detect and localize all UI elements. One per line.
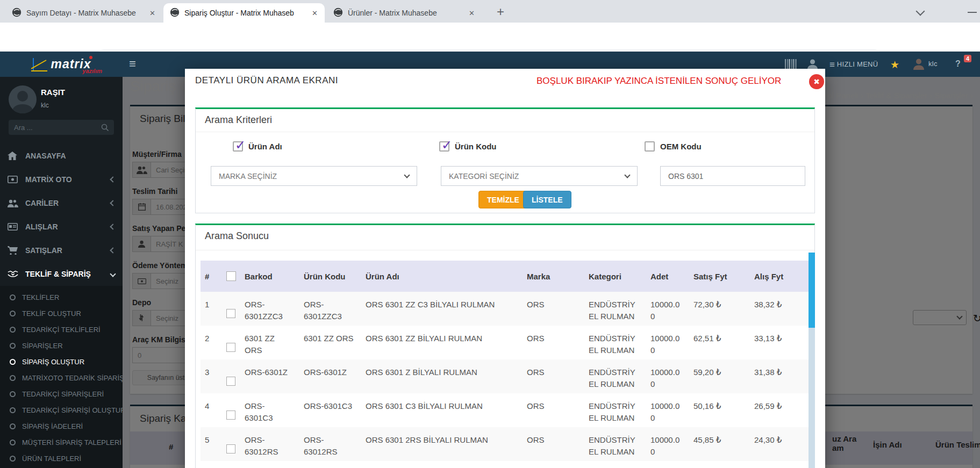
product-search-input[interactable]: ORS 6301 (660, 166, 805, 186)
sidebar-toggle-icon[interactable]: ≡ (129, 57, 136, 71)
browser-tab[interactable]: Ürünler - Matrix Muhasebe✕ (327, 3, 482, 23)
user-avatar-icon[interactable] (913, 58, 924, 71)
table-row[interactable]: 4ORS-6301C3ORS-6301C3ORS 6301 C3 BİLYALI… (201, 393, 809, 427)
quick-menu-label: HIZLI MENÜ (837, 60, 878, 68)
sidebar-subitem-tedari-k-i-tekli-fleri-[interactable]: TEDARİKÇİ TEKLİFLERİ (0, 321, 123, 337)
money-icon (8, 176, 18, 183)
circle-bullet-icon (10, 456, 16, 462)
chevron-down-icon (624, 172, 630, 178)
cell-alis: 31,38 ₺ (750, 359, 806, 393)
tab-search-chevron-icon[interactable] (916, 7, 925, 16)
scrollbar-thumb[interactable] (809, 253, 815, 328)
sidebar-item-matri-x-oto[interactable]: MATRİX OTO (0, 168, 123, 191)
table-row[interactable]: 3ORS-6301ZORS-6301ZORS 6301 Z BİLYALI RU… (201, 359, 809, 393)
cell-satis: 62,51 ₺ (689, 326, 750, 359)
chevron-left-icon (110, 200, 116, 206)
cell-no: 3 (201, 359, 222, 393)
table-row[interactable]: 26301 ZZ ORS6301 ZZ ORSORS 6301 ZZ BİLYA… (201, 326, 809, 359)
column-header-barkod: Barkod (240, 272, 299, 281)
sidebar-subitem-label: TEDARİKÇİ SİPARİŞİ OLUŞTUR (22, 406, 123, 414)
cell-urun_adi: ORS 6301 ZZ C3 BİLYALI RULMAN (361, 292, 523, 326)
sidebar-subitem-tekli-f-olu-tur[interactable]: TEKLİF OLUŞTUR (0, 305, 123, 321)
criteria-section-title: Arama Kriterleri (205, 114, 272, 126)
window-minimize-icon[interactable] (968, 12, 977, 13)
column-header-no: # (201, 272, 222, 281)
quick-menu-button[interactable]: ≡ HIZLI MENÜ (829, 60, 878, 70)
tab-close-icon[interactable]: ✕ (310, 9, 319, 17)
modal-annotation: BOŞLUK BIRAKIP YAZINCA İSTENİLEN SONUÇ G… (537, 76, 781, 87)
sidebar-subitem-si-pari-i-adeleri-[interactable]: SİPARİŞ İADELERİ (0, 418, 123, 434)
criteria-checkbox-0[interactable]: Ürün Adı (233, 141, 282, 152)
sidebar-item-tekli-f-si-pari-[interactable]: TEKLİF & SİPARİŞ (0, 262, 123, 286)
cell-satis: 45,85 ₺ (689, 427, 750, 461)
search-icon[interactable] (101, 124, 109, 131)
sidebar-subitem-tekli-fler[interactable]: TEKLİFLER (0, 289, 123, 305)
sidebar-subitem-label: TEKLİF OLUŞTUR (22, 309, 81, 318)
sidebar-search-input[interactable]: Ara ... (9, 120, 114, 135)
clear-button[interactable]: TEMİZLE (478, 191, 528, 208)
sidebar-item-sati-lar[interactable]: SATIŞLAR (0, 239, 123, 262)
criteria-checkbox-2[interactable]: OEM Kodu (645, 141, 702, 152)
circle-bullet-icon (10, 311, 16, 316)
cell-barkod: ORS-63012RS (240, 427, 299, 461)
tab-close-icon[interactable]: ✕ (148, 9, 157, 17)
list-button[interactable]: LİSTELE (523, 191, 571, 208)
close-icon[interactable]: ✖ (809, 74, 824, 89)
new-tab-button[interactable]: + (492, 4, 509, 20)
column-header-urun_kodu: Ürün Kodu (299, 272, 361, 281)
column-header-urun_adi: Ürün Adı (361, 272, 523, 281)
checkbox-icon[interactable] (439, 141, 449, 152)
checkbox-icon[interactable] (226, 343, 235, 352)
site-favicon-icon (333, 8, 343, 19)
checkbox-icon[interactable] (226, 444, 235, 453)
sidebar-item-label: ANASAYFA (25, 152, 66, 160)
sidebar-item-label: TEKLİF & SİPARİŞ (25, 270, 91, 278)
brand-select[interactable]: MARKA SEÇİNİZ (211, 166, 417, 186)
results-table-header: #BarkodÜrün KoduÜrün AdıMarkaKategoriAde… (201, 261, 809, 292)
category-select[interactable]: KATEGORİ SEÇİNİZ (441, 166, 638, 186)
sidebar-item-anasayfa[interactable]: ANASAYFA (0, 144, 123, 168)
checkbox-label: Ürün Kodu (455, 142, 496, 151)
sidebar-subitem-tedari-k-i-si-pari-i-olu-tur[interactable]: TEDARİKÇİ SİPARİŞİ OLUŞTUR (0, 402, 123, 418)
checkbox-icon[interactable] (226, 377, 235, 386)
browser-tab[interactable]: Sayım Detayı - Matrix Muhasebe✕ (5, 3, 162, 23)
circle-bullet-icon (10, 343, 16, 349)
tab-close-icon[interactable]: ✕ (467, 9, 476, 17)
checkbox-icon[interactable] (226, 309, 235, 318)
favorites-star-icon[interactable]: ★ (890, 59, 899, 71)
user-short-name[interactable]: klc (928, 60, 938, 68)
sidebar-subitem-matri-xoto-tedari-k-si-pari-leri-[interactable]: MATRİXOTO TEDARİK SİPARİŞLERİ (0, 370, 123, 386)
column-header-satis: Satış Fyt (689, 272, 750, 281)
sidebar-subitem--r-n-talepleri-[interactable]: ÜRÜN TALEPLERİ (0, 450, 123, 466)
sidebar-item-cari-ler[interactable]: CARİLER (0, 191, 123, 215)
avatar[interactable] (9, 85, 37, 113)
app-logo[interactable]: matrix yazılım (0, 52, 123, 77)
cell-marka: ORS (523, 326, 584, 359)
checkbox-label: Ürün Adı (248, 142, 282, 151)
tab-title: Sayım Detayı - Matrix Muhasebe (26, 9, 144, 17)
cell-satis: 50,16 ₺ (689, 393, 750, 427)
table-row[interactable]: 6SKF-615723SKF-615723SKF 615723 BİLYALI … (201, 461, 809, 468)
sidebar-subitem-m-teri-si-pari-talepleri-[interactable]: MÜŞTERİ SİPARİŞ TALEPLERİ (0, 434, 123, 450)
table-row[interactable]: 5ORS-63012RSORS-63012RSORS 6301 2RS BİLY… (201, 427, 809, 461)
sidebar-subitem-si-pari-ler[interactable]: SİPARİŞLER (0, 337, 123, 354)
help-button[interactable]: ? (955, 59, 961, 69)
sidebar-subitem-si-pari-olu-tur[interactable]: SİPARİŞ OLUŞTUR (0, 354, 123, 370)
select-all-checkbox[interactable] (222, 271, 240, 281)
sidebar-item-ali-lar[interactable]: ALIŞLAR (0, 215, 123, 239)
browser-tab[interactable]: Sipariş Oluştur - Matrix Muhaseb✕ (163, 3, 325, 23)
checkbox-icon[interactable] (226, 271, 236, 281)
cell-marka: SKF (523, 461, 584, 468)
checkbox-icon[interactable] (226, 411, 235, 420)
screen: Sayım Detayı - Matrix Muhasebe✕Sipariş O… (0, 0, 980, 468)
sidebar-subitem-tedari-k-i-si-pari-leri-[interactable]: TEDARİKÇİ SİPARİŞLERİ (0, 386, 123, 402)
results-scrollbar[interactable] (809, 253, 815, 468)
checkbox-icon[interactable] (233, 141, 243, 152)
site-favicon-icon (12, 8, 22, 19)
chevron-down-icon (110, 271, 116, 277)
sidebar-subitem-label: MATRİXOTO TEDARİK SİPARİŞLERİ (22, 374, 123, 382)
table-row[interactable]: 1ORS-6301ZZC3ORS-6301ZZC3ORS 6301 ZZ C3 … (201, 292, 809, 326)
sidebar-subitem-label: ÜRÜN TALEPLERİ (22, 455, 81, 463)
criteria-checkbox-1[interactable]: Ürün Kodu (439, 141, 496, 152)
checkbox-icon[interactable] (645, 141, 655, 152)
